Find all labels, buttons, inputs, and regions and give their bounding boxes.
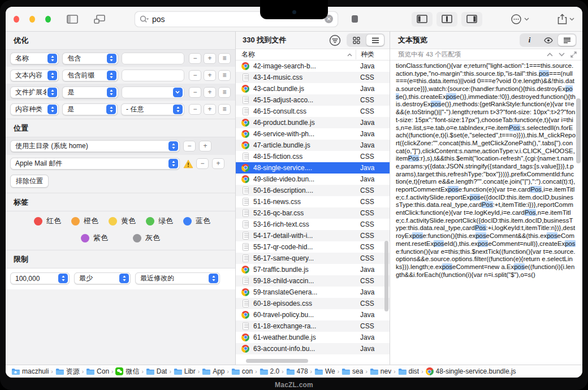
file-row[interactable]: 61-18-exchange-ra...CSS xyxy=(236,320,390,332)
criterion-value-input[interactable] xyxy=(122,53,184,64)
remove-criterion-button[interactable]: − xyxy=(189,104,201,115)
path-item[interactable]: Dat xyxy=(146,367,167,375)
column-kind[interactable]: 种类 xyxy=(356,50,390,59)
tag-3[interactable]: 黄色 xyxy=(109,216,136,226)
path-item[interactable]: sea xyxy=(341,367,363,375)
path-item[interactable]: dist xyxy=(398,367,420,375)
more-actions-button[interactable] xyxy=(511,14,529,25)
file-row[interactable]: 49-slide-video.bun...Java xyxy=(236,174,390,185)
file-row[interactable]: 51-16-news.cssCSS xyxy=(236,196,390,207)
criterion-attribute-select[interactable]: 文件扩展名 xyxy=(10,86,59,98)
criterion-options-button[interactable]: ≡ xyxy=(218,70,231,81)
file-row[interactable]: 63-account-info.bu...Java xyxy=(236,343,390,354)
file-row[interactable]: 50-16-description....CSS xyxy=(236,185,390,196)
toggle-left-panel-button[interactable] xyxy=(412,12,433,27)
path-item[interactable]: maczhuli xyxy=(11,367,49,375)
add-location-button[interactable]: + xyxy=(212,158,224,169)
remove-criterion-button[interactable]: − xyxy=(189,53,201,64)
file-row[interactable]: 42-image-search-b...Java xyxy=(236,60,390,72)
criterion-attribute-select[interactable]: 内容种类 xyxy=(10,103,59,115)
criterion-operator-select[interactable]: 是 xyxy=(62,103,118,115)
file-row[interactable]: 43-cacl.bundle.jsJava xyxy=(236,83,390,94)
criterion-operator-select[interactable]: 是 xyxy=(62,86,118,98)
filter-icon[interactable] xyxy=(329,34,341,46)
file-row[interactable]: 48-single-service....Java xyxy=(236,162,390,174)
limit-count-select[interactable]: 100,000 xyxy=(10,272,70,284)
file-row[interactable]: 54-17-detail-with-i...CSS xyxy=(236,230,390,241)
criterion-attribute-select[interactable]: 文本内容 xyxy=(10,70,59,81)
preview-text[interactable]: tionClass:function(){var e;return{"light… xyxy=(390,60,582,365)
exclude-location-button[interactable]: 排除位置 xyxy=(10,175,49,188)
share-button[interactable] xyxy=(557,14,574,25)
minimize-window-button[interactable] xyxy=(29,16,35,23)
preview-vertical-scrollbar[interactable] xyxy=(576,98,581,163)
path-item[interactable]: nev xyxy=(370,367,391,375)
zoom-window-button[interactable] xyxy=(45,16,51,23)
remove-criterion-button[interactable]: − xyxy=(189,70,201,81)
path-item[interactable]: We xyxy=(314,367,335,375)
path-item[interactable]: 微信 xyxy=(115,367,139,376)
add-location-button[interactable]: + xyxy=(199,141,211,151)
location-select[interactable]: Apple Mail 邮件 xyxy=(10,158,180,170)
toggle-sidebar-button[interactable] xyxy=(67,15,78,24)
path-item[interactable]: Libr xyxy=(174,367,196,375)
criterion-operator-select[interactable]: 包含前缀 xyxy=(62,70,118,81)
criterion-options-button[interactable]: ≡ xyxy=(218,87,231,98)
criterion-value-combobox[interactable] xyxy=(122,86,184,98)
tag-7[interactable]: 灰色 xyxy=(133,233,160,243)
criterion-value-input[interactable] xyxy=(122,70,184,81)
horizontal-scrollbar[interactable] xyxy=(246,359,308,363)
criterion-operator-select[interactable]: 包含 xyxy=(62,53,118,64)
expand-preview-icon[interactable] xyxy=(570,51,577,58)
previous-match-icon[interactable] xyxy=(547,53,553,57)
file-row[interactable]: 48-15-fiction.cssCSS xyxy=(236,151,390,162)
file-row[interactable]: 46-service-with-ph...Java xyxy=(236,128,390,140)
file-row[interactable]: 46-product.bundle.jsJava xyxy=(236,117,390,128)
tag-5[interactable]: 蓝色 xyxy=(183,216,210,226)
criterion-options-button[interactable]: ≡ xyxy=(218,53,231,64)
vertical-scrollbar[interactable] xyxy=(384,241,388,311)
toggle-right-panel-button[interactable] xyxy=(461,12,482,27)
stop-search-button[interactable] xyxy=(352,15,358,23)
criterion-attribute-select[interactable]: 名称 xyxy=(10,53,59,64)
file-row[interactable]: 61-weather.bundle.jsJava xyxy=(236,332,390,343)
limit-mode-select[interactable]: 最少 xyxy=(74,272,131,284)
tag-4[interactable]: 绿色 xyxy=(146,216,173,226)
path-item[interactable]: con xyxy=(231,367,253,375)
file-row[interactable]: 55-17-qr-code-hid...CSS xyxy=(236,241,390,253)
toggle-middle-panel-button[interactable] xyxy=(436,12,457,27)
file-row[interactable]: 56-17-same-query...CSS xyxy=(236,253,390,264)
info-icon[interactable]: i xyxy=(521,34,538,46)
new-window-button[interactable] xyxy=(94,15,105,24)
add-criterion-button[interactable]: + xyxy=(204,53,216,64)
limit-sort-select[interactable]: 最近修改的 xyxy=(135,272,220,284)
tag-6[interactable]: 紫色 xyxy=(81,233,108,243)
next-match-icon[interactable] xyxy=(559,53,565,57)
path-item[interactable]: App xyxy=(202,367,224,375)
file-row[interactable]: 47-article.bundle.jsJava xyxy=(236,140,390,151)
file-row[interactable]: 45-15-adjust-acco...CSS xyxy=(236,94,390,106)
path-item[interactable]: 2.0 xyxy=(260,367,280,375)
file-row[interactable]: 46-15-consult.cssCSS xyxy=(236,106,390,117)
tag-2[interactable]: 橙色 xyxy=(71,216,98,226)
remove-location-button[interactable]: − xyxy=(183,141,196,151)
file-row[interactable]: 60-travel-policy.bu...Java xyxy=(236,309,390,320)
close-window-button[interactable] xyxy=(14,16,19,23)
file-row[interactable]: 59-18-child-vaccin...CSS xyxy=(236,275,390,287)
add-criterion-button[interactable]: + xyxy=(204,70,216,81)
path-item[interactable]: 48-single-service.bundle.js xyxy=(426,367,516,375)
path-item[interactable]: Con xyxy=(86,367,109,375)
remove-criterion-button[interactable]: − xyxy=(189,87,201,98)
path-item[interactable]: 资源 xyxy=(55,367,80,376)
column-name[interactable]: 名称 xyxy=(236,50,356,59)
grid-view-icon[interactable] xyxy=(348,34,365,46)
file-row[interactable]: 59-translateGenera...Java xyxy=(236,287,390,298)
criterion-value-select[interactable]: - 任意 xyxy=(121,103,184,115)
add-criterion-button[interactable]: + xyxy=(204,104,216,115)
file-row[interactable]: 53-16-rich-text.cssCSS xyxy=(236,219,390,230)
path-item[interactable]: 478 xyxy=(286,367,308,375)
list-view-icon[interactable] xyxy=(366,34,384,46)
file-row[interactable]: 52-16-qc-bar.cssCSS xyxy=(236,207,390,219)
criterion-options-button[interactable]: ≡ xyxy=(218,104,231,115)
location-select[interactable]: 使用主目录 (系统 home) xyxy=(10,140,180,152)
